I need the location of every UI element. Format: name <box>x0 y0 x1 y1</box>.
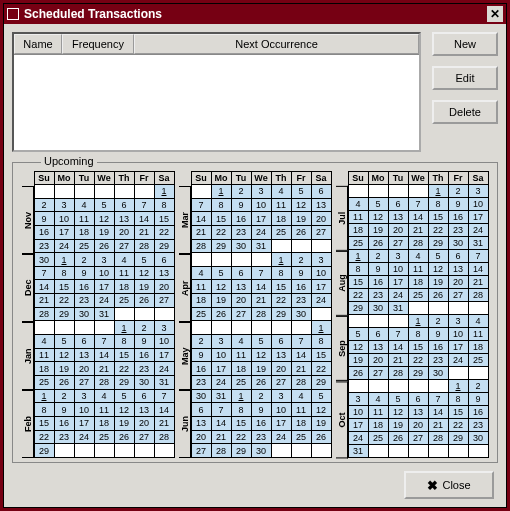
calendar-day-cell[interactable] <box>94 444 114 458</box>
calendar-day-cell[interactable]: 20 <box>311 212 331 226</box>
calendar-day-cell[interactable]: 16 <box>134 348 154 362</box>
column-header-name[interactable]: Name <box>14 34 62 54</box>
calendar-day-cell[interactable]: 19 <box>428 276 448 289</box>
calendar-day-cell[interactable]: 20 <box>154 280 174 294</box>
close-button[interactable]: ✖ Close <box>404 471 494 499</box>
calendar-day-cell[interactable]: 18 <box>468 341 488 354</box>
calendar-day-cell[interactable]: 21 <box>388 354 408 367</box>
calendar-day-cell[interactable]: 7 <box>291 335 311 349</box>
calendar-day-cell[interactable]: 3 <box>388 250 408 263</box>
calendar-day-cell[interactable] <box>468 445 488 458</box>
calendar-day-cell[interactable]: 27 <box>271 375 291 389</box>
calendar-day-cell[interactable] <box>448 445 468 458</box>
calendar-day-cell[interactable]: 10 <box>74 403 94 417</box>
calendar-day-cell[interactable]: 19 <box>54 362 74 376</box>
calendar-day-cell[interactable] <box>54 185 74 199</box>
calendar-day-cell[interactable]: 26 <box>94 239 114 253</box>
calendar-day-cell[interactable] <box>388 185 408 198</box>
calendar-day-cell[interactable]: 4 <box>114 253 134 267</box>
calendar-day-cell[interactable]: 2 <box>191 335 211 349</box>
calendar-day-cell[interactable]: 27 <box>231 307 251 321</box>
calendar-day-cell[interactable]: 27 <box>191 444 211 458</box>
calendar-day-cell[interactable] <box>368 380 388 393</box>
calendar-day-cell[interactable]: 21 <box>291 362 311 376</box>
calendar-day-cell[interactable] <box>54 444 74 458</box>
calendar-day-cell[interactable]: 6 <box>408 393 428 406</box>
calendar-day-cell[interactable]: 9 <box>428 328 448 341</box>
calendar-day-cell[interactable]: 23 <box>448 224 468 237</box>
calendar-day-cell[interactable] <box>191 253 211 267</box>
calendar-day-cell[interactable]: 8 <box>211 198 231 212</box>
calendar-day-cell[interactable]: 13 <box>368 341 388 354</box>
calendar-day-cell[interactable]: 5 <box>311 389 331 403</box>
calendar-day-cell[interactable]: 17 <box>211 362 231 376</box>
calendar-day-cell[interactable]: 13 <box>448 263 468 276</box>
calendar-day-cell[interactable]: 7 <box>388 328 408 341</box>
calendar-day-cell[interactable]: 20 <box>271 362 291 376</box>
calendar-day-cell[interactable]: 23 <box>191 375 211 389</box>
calendar-day-cell[interactable]: 16 <box>34 225 54 239</box>
calendar-day-cell[interactable]: 15 <box>54 280 74 294</box>
calendar-day-cell[interactable]: 12 <box>388 406 408 419</box>
calendar-day-cell[interactable] <box>348 315 368 328</box>
calendar-day-cell[interactable]: 15 <box>408 341 428 354</box>
calendar-day-cell[interactable]: 15 <box>211 212 231 226</box>
calendar-day-cell[interactable]: 14 <box>251 280 271 294</box>
calendar-day-cell[interactable]: 26 <box>348 367 368 380</box>
calendar-day-cell[interactable] <box>468 302 488 315</box>
titlebar[interactable]: Scheduled Transactions ✕ <box>4 4 506 24</box>
calendar-day-cell[interactable]: 13 <box>114 212 134 226</box>
calendar-day-cell[interactable]: 19 <box>94 225 114 239</box>
calendar-day-cell[interactable]: 16 <box>468 406 488 419</box>
calendar-day-cell[interactable] <box>191 185 211 199</box>
calendar-day-cell[interactable]: 22 <box>114 362 134 376</box>
calendar-day-cell[interactable]: 2 <box>428 315 448 328</box>
calendar-day-cell[interactable] <box>348 185 368 198</box>
calendar-day-cell[interactable]: 2 <box>134 321 154 335</box>
calendar-day-cell[interactable]: 3 <box>448 315 468 328</box>
calendar-day-cell[interactable] <box>74 444 94 458</box>
calendar-day-cell[interactable] <box>154 444 174 458</box>
calendar-day-cell[interactable]: 9 <box>34 212 54 226</box>
calendar-day-cell[interactable]: 13 <box>388 211 408 224</box>
calendar-day-cell[interactable]: 11 <box>291 403 311 417</box>
calendar-day-cell[interactable] <box>468 367 488 380</box>
calendar-day-cell[interactable]: 27 <box>388 237 408 250</box>
calendar-day-cell[interactable]: 24 <box>448 354 468 367</box>
calendar-day-cell[interactable]: 3 <box>251 185 271 199</box>
calendar-day-cell[interactable]: 4 <box>231 335 251 349</box>
calendar-day-cell[interactable]: 24 <box>251 225 271 239</box>
calendar-day-cell[interactable]: 21 <box>94 362 114 376</box>
calendar-day-cell[interactable]: 14 <box>428 406 448 419</box>
calendar-day-cell[interactable]: 24 <box>74 430 94 444</box>
calendar-day-cell[interactable]: 15 <box>348 276 368 289</box>
calendar-day-cell[interactable]: 8 <box>154 198 174 212</box>
calendar-day-cell[interactable] <box>114 444 134 458</box>
calendar-day-cell[interactable]: 23 <box>54 430 74 444</box>
calendar-day-cell[interactable]: 27 <box>134 430 154 444</box>
calendar-day-cell[interactable]: 30 <box>134 375 154 389</box>
calendar-day-cell[interactable]: 18 <box>271 212 291 226</box>
calendar-day-cell[interactable]: 13 <box>154 266 174 280</box>
calendar-day-cell[interactable]: 12 <box>368 211 388 224</box>
calendar-day-cell[interactable]: 5 <box>251 335 271 349</box>
calendar-day-cell[interactable]: 19 <box>388 419 408 432</box>
calendar-day-cell[interactable]: 30 <box>74 307 94 321</box>
calendar-day-cell[interactable] <box>134 307 154 321</box>
calendar-day-cell[interactable]: 22 <box>231 430 251 444</box>
calendar-day-cell[interactable]: 8 <box>114 335 134 349</box>
calendar-day-cell[interactable]: 4 <box>74 198 94 212</box>
calendar-day-cell[interactable]: 12 <box>291 198 311 212</box>
calendar-day-cell[interactable]: 7 <box>34 266 54 280</box>
calendar-day-cell[interactable]: 24 <box>468 224 488 237</box>
calendar-day-cell[interactable]: 10 <box>388 263 408 276</box>
calendar-day-cell[interactable]: 12 <box>251 348 271 362</box>
calendar-day-cell[interactable]: 22 <box>54 294 74 308</box>
calendar-day-cell[interactable]: 6 <box>388 198 408 211</box>
calendar-day-cell[interactable]: 25 <box>368 432 388 445</box>
calendar-day-cell[interactable]: 3 <box>54 198 74 212</box>
calendar-day-cell[interactable]: 14 <box>154 403 174 417</box>
calendar-day-cell[interactable]: 28 <box>251 307 271 321</box>
calendar-day-cell[interactable]: 10 <box>211 348 231 362</box>
calendar-day-cell[interactable]: 25 <box>468 354 488 367</box>
